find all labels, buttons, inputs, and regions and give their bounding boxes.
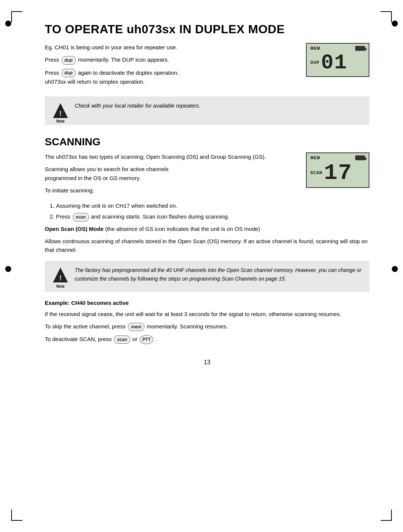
example-para1: If the received signal cease, the unit w… (45, 310, 369, 318)
lcd-digits-duplex: 01 (321, 52, 347, 73)
scanning-title: SCANNING (45, 136, 369, 148)
note-text-2: The factory has preprogrammed all the 40… (75, 266, 363, 283)
note-text-1: Check with your local retailer for avail… (75, 102, 363, 110)
duplex-section: Eg. CH01 is being used in your area for … (45, 43, 369, 90)
scan-btn: scan (73, 213, 89, 222)
scan-button-deactivate: scan (114, 335, 130, 344)
note-label-1: Note (51, 119, 69, 123)
note-box-2: ! Note The factory has preprogrammed all… (45, 261, 369, 292)
scan-lcd-scan-label: SCAN (310, 171, 322, 175)
dup-button-2: dup (62, 69, 76, 77)
scan-lcd-top-row: MEM (310, 155, 365, 160)
scanning-intro-wrap: The uh073sx has two types of scanning; O… (45, 152, 369, 198)
mem-button: mem (128, 323, 144, 331)
open-scan-mode: Open Scan (OS) Mode (the absence of GS i… (45, 225, 369, 233)
note-icon-2: ! Note (51, 266, 69, 284)
example-para2: To skip the active channel, press mem mo… (45, 322, 369, 331)
lcd-dup-label: DUP (310, 61, 319, 65)
note-box-1: ! Note Note Check with your local retail… (45, 96, 369, 125)
duplex-press1: Press dup momentarily. The DUP icon appe… (45, 55, 299, 64)
lcd-top-row: MEM (310, 46, 365, 51)
note-label-2: Note (51, 284, 69, 288)
page-content: TO OPERATE uh073sx IN DUPLEX MODE Eg. CH… (0, 0, 403, 532)
dup-button-1: dup (62, 56, 76, 65)
scan-battery-indicator (355, 155, 365, 160)
scanning-para2: Scanning allows you to search for active… (45, 165, 299, 182)
battery-indicator (355, 46, 365, 51)
duplex-press2: Press dup again to deactivate the duplex… (45, 68, 299, 86)
example-label: Example: CH40 becomes active (45, 299, 369, 307)
duplex-lcd-display: MEM DUP 01 (306, 43, 369, 77)
svg-text:!: ! (59, 274, 62, 282)
page-title: TO OPERATE uh073sx IN DUPLEX MODE (45, 22, 369, 36)
scan-battery-icon (355, 155, 365, 160)
scanning-step-2: Press Press scan and scanning starts. Sc… (56, 212, 369, 221)
scanning-para3: To initiate scanning; (45, 186, 299, 195)
lcd-digits-scan: 17 (324, 162, 352, 184)
scanning-text-col: The uh073sx has two types of scanning; O… (45, 152, 299, 198)
scanning-para1: The uh073sx has two types of scanning; O… (45, 152, 299, 161)
svg-text:!: ! (59, 110, 62, 117)
scanning-step-1: Assuming the unit is on CH17 when switch… (56, 201, 369, 210)
ptt-button: PTT (140, 335, 153, 344)
example-para3: To deactivate SCAN, press scan or PTT . (45, 335, 369, 344)
open-scan-para: Allows continuous scanning of channels s… (45, 237, 369, 254)
page-number: 13 (45, 359, 369, 366)
duplex-intro: Eg. CH01 is being used in your area for … (45, 43, 299, 52)
duplex-text: Eg. CH01 is being used in your area for … (45, 43, 299, 90)
scan-lcd-display: MEM SCAN 17 (306, 152, 369, 188)
scan-lcd-mem-label: MEM (310, 156, 320, 160)
scanning-steps-list: Assuming the unit is on CH17 when switch… (56, 201, 369, 222)
note-icon-1: ! Note Note (51, 102, 69, 120)
open-scan-bold: Open Scan (OS) Mode (45, 226, 104, 232)
battery-icon (355, 46, 365, 51)
lcd-mem-label: MEM (310, 46, 320, 50)
